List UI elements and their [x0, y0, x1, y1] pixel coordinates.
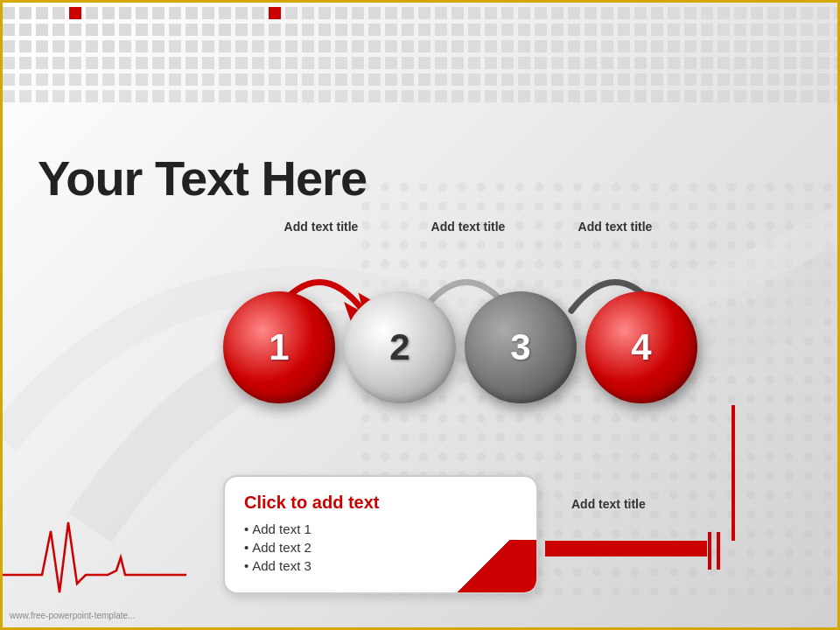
vertical-connector	[732, 405, 735, 541]
step-labels-row: Add text title Add text title Add text t…	[248, 220, 689, 234]
text-box-title[interactable]: Click to add text	[244, 493, 517, 513]
text-item-2[interactable]: Add text 2	[244, 540, 517, 555]
text-item-1[interactable]: Add text 1	[244, 522, 517, 536]
text-box-items: Add text 1 Add text 2 Add text 3	[244, 522, 517, 573]
step-label-3[interactable]: Add text title	[542, 220, 689, 234]
watermark: www.free-powerpoint-template...	[10, 611, 135, 620]
pixel-decoration	[3, 3, 840, 116]
ecg-line	[3, 514, 265, 601]
step-label-2[interactable]: Add text title	[395, 220, 542, 234]
balls-row: 1 2 3 4	[223, 291, 697, 403]
ball-2[interactable]: 2	[344, 291, 456, 403]
ball-4[interactable]: 4	[585, 291, 697, 403]
step-label-1[interactable]: Add text title	[248, 220, 395, 234]
ball-3[interactable]: 3	[465, 291, 577, 403]
text-item-3[interactable]: Add text 3	[244, 558, 517, 573]
text-box[interactable]: Click to add text Add text 1 Add text 2 …	[223, 475, 538, 594]
main-title[interactable]: Your Text Here	[38, 150, 367, 206]
ball-1[interactable]: 1	[223, 291, 335, 403]
bottom-arrow-label[interactable]: Add text title	[571, 497, 646, 511]
slide: Your Text Here Add text title Add text t…	[0, 0, 840, 630]
